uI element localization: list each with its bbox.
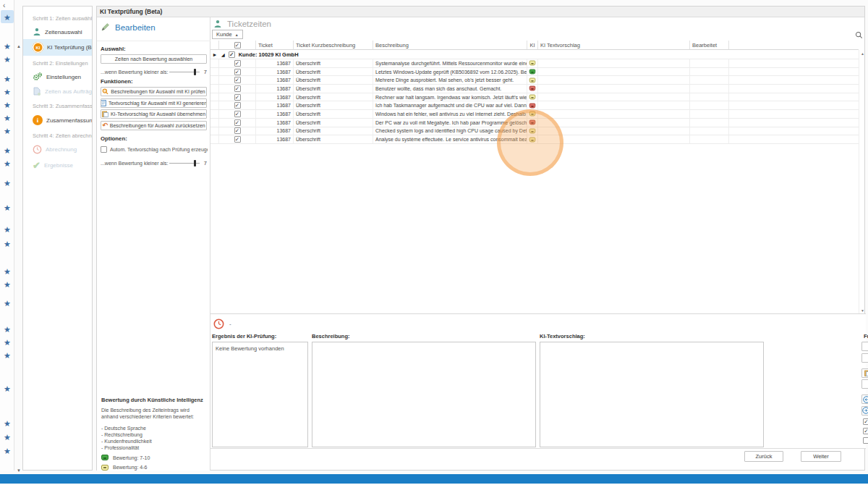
select-all-checkbox[interactable]: ✓: [234, 42, 241, 48]
favorite-star-icon[interactable]: ★: [3, 101, 12, 109]
detail-button-beschreibung-mit-ki-pr-fen[interactable]: Beschreibung mit KI prüfen: [861, 342, 868, 351]
detail-checkbox-kein-textvorschlag-berspringen[interactable]: ✓Kein Textvorschlag - Überspringen: [863, 428, 868, 434]
auto-suggestion-checkbox[interactable]: [101, 146, 107, 153]
favorite-star-icon[interactable]: ★: [3, 75, 12, 83]
favorite-star-icon[interactable]: ★: [3, 299, 12, 308]
favorites-scroll-down-icon[interactable]: ▼: [17, 468, 21, 473]
row-checkbox[interactable]: ✓: [234, 60, 241, 67]
table-row[interactable]: ✓13687ÜberschriftLetztes Windows-Update …: [210, 68, 859, 77]
row-checkbox[interactable]: ✓: [234, 111, 241, 117]
detail-button-textvorschlag-bernehmen-num0[interactable]: Textvorschlag übernehmen (Num0): [861, 368, 868, 378]
column-header-ticket[interactable]: Ticket: [256, 41, 294, 49]
favorite-star-icon[interactable]: ★: [3, 88, 12, 96]
table-row[interactable]: ✓13687ÜberschriftDer PC war zu voll mit …: [210, 119, 859, 127]
favorite-star-icon[interactable]: ★: [3, 240, 12, 248]
wizard-step-zeiten-aus-auftr-gen[interactable]: Zeiten aus Aufträgen: [23, 84, 92, 98]
column-header-ki-textvorschlag[interactable]: KI Textvorschlag: [538, 41, 690, 49]
favorite-item-selected[interactable]: ★: [1, 10, 14, 23]
next-button[interactable]: Weiter: [801, 451, 841, 462]
description-textarea[interactable]: [312, 342, 536, 447]
cell-bearbeitet: [690, 93, 729, 101]
group-expander-icon[interactable]: ◢: [221, 52, 225, 57]
detail-checkbox-keine-beschreibung-berspringen[interactable]: ✓Keine Beschreibung - Überspringen: [863, 418, 868, 425]
row-checkbox[interactable]: ✓: [234, 119, 241, 126]
wizard-step-einstellungen[interactable]: Einstellungen: [23, 69, 92, 84]
group-by-kunde-chip[interactable]: Kunde ▲: [212, 30, 243, 39]
back-button[interactable]: Zurück: [744, 451, 783, 462]
wizard-step-ergebnisse[interactable]: ✔Ergebnisse: [23, 157, 92, 174]
suggestion-textarea[interactable]: [540, 342, 764, 447]
scrollbar-up-icon[interactable]: ▲: [861, 51, 864, 56]
checkbox[interactable]: ✓: [863, 418, 868, 425]
row-checkbox[interactable]: ✓: [234, 69, 241, 75]
detail-checkbox-nur-ausgew-hlte-zeiteintr-ge[interactable]: Nur ausgewählte Zeiteinträge: [863, 437, 868, 444]
select-times-by-rating-button[interactable]: Zeiten nach Bewertung auswählen: [101, 54, 207, 64]
row-checkbox[interactable]: ✓: [234, 136, 241, 143]
detail-button-textvorschlag-mit-ki-generieren[interactable]: Textvorschlag mit KI generieren: [861, 353, 868, 363]
collapse-sidebar-button[interactable]: ‹: [3, 1, 5, 9]
table-row[interactable]: ✓13687ÜberschriftIch hab Taskmannager au…: [210, 101, 859, 110]
table-row[interactable]: ✓13687ÜberschriftMehrere Dinge ausprobie…: [210, 76, 859, 85]
group-checkbox[interactable]: ✓: [229, 51, 235, 58]
column-header-ki[interactable]: KI: [527, 41, 538, 49]
favorite-star-icon[interactable]: ★: [3, 179, 12, 187]
detail-button-beschreibung-zur-cksetzen[interactable]: ↶Beschreibung zurücksetzen: [861, 379, 868, 389]
tool-button-ki-textvorschlag-f-r-auswahl-bernehmen[interactable]: KI-Textvorschlag für Auswahl übernehmen: [101, 109, 207, 119]
tool-button-beschreibungen-f-r-auswahl-zur-cksetzen[interactable]: ↶Beschreibungen für Auswahl zurücksetzen: [101, 121, 207, 130]
slider1-track[interactable]: [169, 72, 199, 72]
table-row[interactable]: ✓13687ÜberschriftChecked system logs and…: [210, 127, 859, 136]
column-header-kurzbeschreibung[interactable]: Ticket Kurzbeschreibung: [294, 41, 373, 49]
slider2-track[interactable]: [169, 163, 199, 164]
cell-ticket: 13687: [256, 135, 294, 143]
slider1-thumb[interactable]: [194, 69, 196, 75]
favorite-star-icon[interactable]: ★: [3, 325, 12, 334]
row-checkbox[interactable]: ✓: [234, 77, 241, 83]
column-header-bearbeitet[interactable]: Bearbeitet: [690, 41, 729, 49]
table-row[interactable]: ✓13687ÜberschriftSystemanalyse durchgefü…: [210, 59, 859, 68]
favorite-star-icon[interactable]: ★: [3, 225, 12, 234]
wizard-step-ki-textpr-fung-beta[interactable]: KIKI Textprüfung (Beta): [23, 39, 92, 56]
favorite-star-icon[interactable]: ★: [3, 146, 12, 155]
row-checkbox[interactable]: ✓: [234, 102, 241, 109]
detail-button-vorherige-beschreibung-pfeil-links[interactable]: Vorherige Beschreibung (Pfeil-Links): [861, 395, 868, 404]
row-checkbox[interactable]: ✓: [234, 127, 241, 134]
favorites-scroll-up-icon[interactable]: ▲: [17, 44, 21, 48]
favorite-star-icon[interactable]: ★: [3, 447, 12, 455]
favorite-star-icon[interactable]: ★: [3, 267, 12, 276]
favorite-star-icon[interactable]: ★: [3, 114, 12, 122]
favorite-star-icon[interactable]: ★: [3, 384, 12, 393]
table-row[interactable]: ✓13687ÜberschriftWindows hat ein fehler,…: [210, 110, 859, 119]
favorite-star-icon[interactable]: ★: [3, 280, 12, 289]
favorite-star-icon[interactable]: ★: [3, 433, 12, 442]
table-row[interactable]: ✓13687ÜberschriftRechner war halt langsa…: [210, 93, 859, 102]
favorite-star-icon[interactable]: ★: [3, 203, 12, 212]
favorite-star-icon[interactable]: ★: [3, 338, 12, 347]
tool-button-textvorschlag-f-r-auswahl-mit-ki-generieren[interactable]: Textvorschlag für Auswahl mit KI generie…: [101, 98, 207, 108]
table-row[interactable]: ✓13687ÜberschriftBenutzer wollte, dass m…: [210, 85, 859, 93]
scrollbar-down-icon[interactable]: ▼: [861, 308, 864, 313]
wizard-step-zeitenauswahl[interactable]: Zeitenauswahl: [23, 25, 92, 39]
tool-button-beschreibungen-f-r-auswahl-mit-ki-pr-fen[interactable]: Beschreibungen für Auswahl mit KI prüfen: [101, 87, 207, 96]
favorite-star-icon[interactable]: ★: [3, 55, 12, 64]
grid-group-row[interactable]: ▸ ◢ ✓ Kunde: 10029 KI GmbH: [210, 50, 859, 59]
auto-suggestion-checkbox-row[interactable]: Autom. Textvorschlag nach Prüfung erzeug…: [101, 146, 208, 153]
favorite-star-icon[interactable]: ★: [3, 42, 12, 51]
column-header-beschreibung[interactable]: Beschreibung: [373, 41, 527, 49]
details-function-stack: Beschreibung mit KI prüfenTextvorschlag …: [861, 342, 868, 444]
favorite-star-icon[interactable]: ★: [3, 419, 12, 428]
detail-button-n-chste-beschreibung-pfeil-rechts[interactable]: Nächste Beschreibung (Pfeil-Rechts): [861, 406, 868, 416]
wizard-step-zusammenfassung[interactable]: iZusammenfassung: [23, 112, 92, 128]
favorite-star-icon[interactable]: ★: [3, 127, 12, 135]
checkbox[interactable]: [863, 437, 868, 444]
checkbox[interactable]: ✓: [863, 428, 868, 434]
table-row[interactable]: ✓13687ÜberschriftAnalyse du système effe…: [210, 135, 859, 144]
slider2-thumb[interactable]: [194, 160, 196, 166]
row-checkbox[interactable]: ✓: [234, 85, 241, 92]
wizard-step-abrechnung[interactable]: Abrechnung: [23, 142, 92, 157]
favorite-star-icon[interactable]: ★: [3, 351, 12, 360]
cell-beschreibung: Benutzer wollte, dass man sich das ansch…: [373, 85, 527, 93]
favorite-star-icon[interactable]: ★: [3, 159, 12, 168]
grid-vertical-scrollbar[interactable]: ▲ ▼: [859, 50, 866, 314]
result-textarea[interactable]: Keine Bewertung vorhanden: [212, 342, 308, 447]
row-checkbox[interactable]: ✓: [234, 94, 241, 101]
